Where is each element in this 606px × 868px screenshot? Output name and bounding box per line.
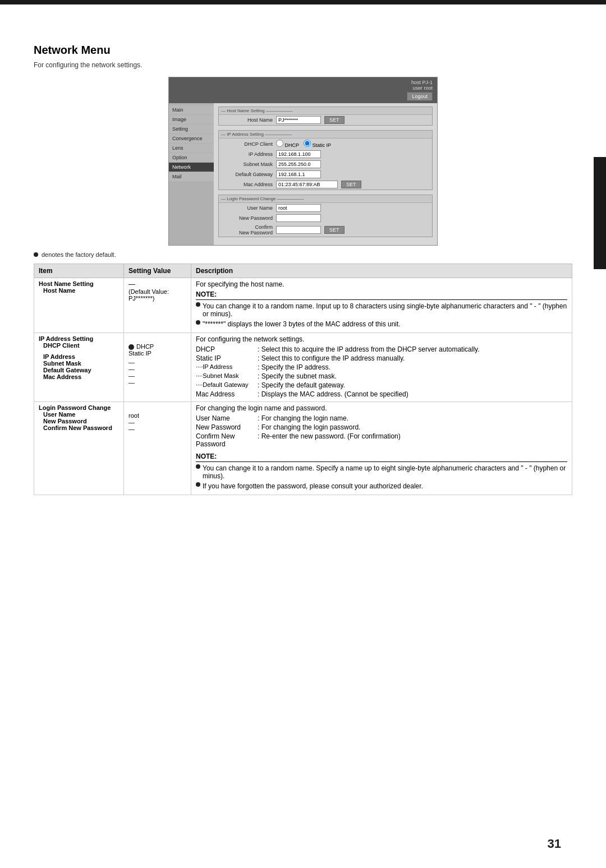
factory-dot-icon [34,252,38,257]
table-row: Login Password Change User Name New Pass… [34,402,572,495]
dhcp-radio[interactable] [276,140,283,147]
login-set-button[interactable]: SET [324,226,345,234]
ui-header: host PJ-1 user root Logout [169,77,437,103]
ui-nav: Main Image Setting Convergence Lens Opti… [169,103,214,245]
host-name-set-button[interactable]: SET [324,116,345,124]
bullet-icon [196,320,200,325]
nav-option[interactable]: Option [169,153,214,162]
nav-lens[interactable]: Lens [169,144,214,153]
host-name-section: — Host Name Setting —————— Host Name SET [218,107,433,126]
host-name-section-label: — Host Name Setting —————— [219,107,432,115]
nav-convergence[interactable]: Convergence [169,134,214,143]
col-setting: Setting Value [124,264,191,278]
top-bar [0,0,606,4]
host-name-label: Host Name [222,117,273,123]
setting-login: root — — [124,402,191,495]
dhcp-radio-label[interactable]: DHCP [276,140,299,148]
logout-button[interactable]: Logout [407,92,433,101]
table-row: Host Name Setting Host Name — (Default V… [34,278,572,333]
right-tab [594,157,606,269]
confirm-input[interactable] [276,226,321,234]
user-name-input[interactable] [276,204,321,212]
ip-address-input[interactable] [276,150,321,158]
setting-ip: DHCP Static IP — — — — [124,333,191,402]
content-area: Network Menu For configuring the network… [0,4,606,529]
host-name-input[interactable] [276,116,321,124]
bullet-icon [196,482,200,487]
mac-label: Mac Address [222,182,273,187]
gateway-label: Default Gateway [222,172,273,177]
table-row: IP Address Setting DHCP Client IP Addres… [34,333,572,402]
static-radio[interactable] [304,140,311,147]
confirm-label: ConfirmNew Password [222,224,273,236]
gateway-input[interactable] [276,170,321,178]
ip-section-label: — IP Address Setting —————— [219,131,432,138]
login-section-label: — Login Password Change —————— [219,195,432,203]
host-name-row: Host Name SET [219,115,432,125]
ip-address-section: — IP Address Setting —————— DHCP Client … [218,130,433,190]
confirm-row: ConfirmNew Password SET [219,223,432,237]
new-password-input[interactable] [276,214,321,222]
filled-circle-icon [128,344,134,350]
bullet-icon [196,464,200,469]
user-name-row: User Name [219,203,432,213]
new-password-label: New Password [222,215,273,221]
mac-input[interactable] [276,181,338,188]
page-number: 31 [548,837,561,851]
dhcp-radio-row: DHCP Client DHCP Static IP [219,138,432,149]
item-ip-setting: IP Address Setting DHCP Client IP Addres… [34,333,124,402]
bullet-icon [196,302,200,307]
host-info: host PJ-1 user root [411,80,433,91]
nav-mail[interactable]: Mail [169,172,214,181]
subnet-row: Subnet Mask [219,159,432,169]
dhcp-client-label: DHCP Client [222,141,273,147]
factory-note: denotes the factory default. [34,251,572,258]
ui-body: Main Image Setting Convergence Lens Opti… [169,103,437,245]
col-description: Description [191,264,572,278]
nav-network[interactable]: Network [169,163,214,172]
mac-set-button[interactable]: SET [341,181,361,188]
desc-login: For changing the login name and password… [191,402,572,495]
desc-host-name: For specifying the host name. NOTE: You … [191,278,572,333]
ui-screenshot: host PJ-1 user root Logout Main Image Se… [168,77,438,246]
mac-row: Mac Address SET [219,179,432,190]
static-radio-label[interactable]: Static IP [304,140,331,148]
dhcp-options: DHCP Static IP [276,140,331,148]
new-password-row: New Password [219,213,432,223]
item-login: Login Password Change User Name New Pass… [34,402,124,495]
ip-address-label: IP Address [222,151,273,157]
ip-address-row: IP Address [219,149,432,159]
page-description: For configuring the network settings. [34,61,572,69]
gateway-row: Default Gateway [219,169,432,179]
nav-setting[interactable]: Setting [169,124,214,133]
page-container: Network Menu For configuring the network… [0,0,606,868]
page-title: Network Menu [34,44,572,57]
desc-ip: For configuring the network settings. DH… [191,333,572,402]
factory-note-text: denotes the factory default. [42,251,116,258]
item-host-name-setting: Host Name Setting Host Name [34,278,124,333]
subnet-label: Subnet Mask [222,161,273,167]
ui-main-panel: — Host Name Setting —————— Host Name SET… [214,103,437,245]
reference-table: Item Setting Value Description Host Name… [34,264,572,495]
user-name-label: User Name [222,205,273,211]
login-section: — Login Password Change —————— User Name… [218,195,433,237]
subnet-input[interactable] [276,160,321,168]
setting-host-name: — (Default Value:PJ*******) [124,278,191,333]
nav-main[interactable]: Main [169,105,214,114]
col-item: Item [34,264,124,278]
nav-image[interactable]: Image [169,115,214,124]
